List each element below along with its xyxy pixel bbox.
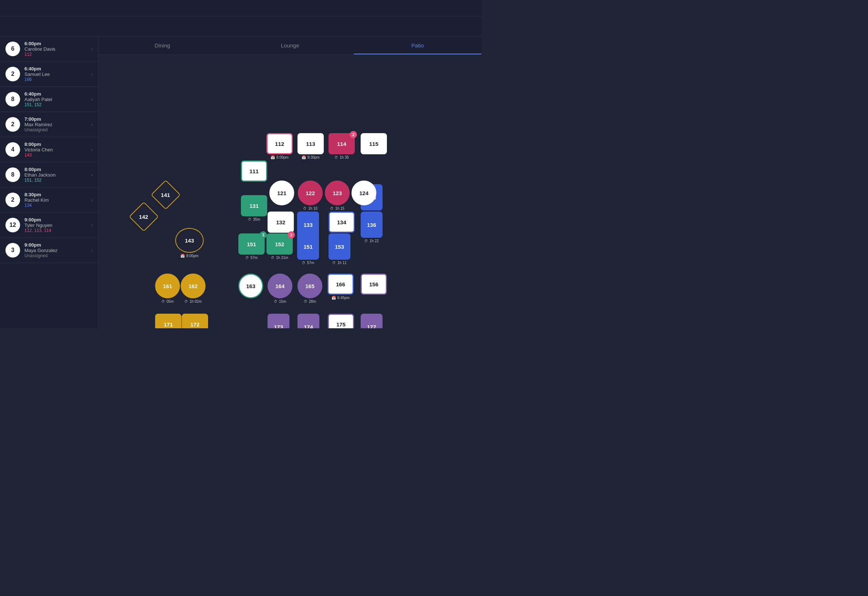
table-label: 171: [164, 322, 173, 328]
table-label: 111: [249, 168, 259, 174]
table-info: ⏱1h 11: [332, 261, 346, 265]
table-time-text: 6:00pm: [276, 155, 288, 159]
table-141[interactable]: 141: [155, 184, 176, 205]
table-label: 161: [163, 283, 172, 289]
chevron-right-icon: ›: [91, 247, 93, 253]
table-151[interactable]: 1513⏱57m: [238, 233, 265, 260]
table-number: 143: [24, 152, 87, 158]
reservation-item[interactable]: 2 8:30pm Rachel Kim 134 ›: [0, 187, 98, 212]
guest-count: 6: [6, 41, 20, 56]
reservation-item[interactable]: 6 6:00pm Caroline Davis 112 ›: [0, 37, 98, 62]
reservation-item[interactable]: 3 9:00pm Maya Gonzalez Unassigned ›: [0, 238, 98, 263]
table-171[interactable]: 171⏱20m: [155, 314, 182, 328]
calendar-icon: 📅: [271, 155, 275, 159]
reservation-item[interactable]: 2 7:00pm Max Ramirez Unassigned ›: [0, 112, 98, 137]
main-layout: 6 6:00pm Caroline Davis 112 › 2 6:40pm S…: [0, 37, 481, 328]
table-number: 112: [24, 52, 87, 57]
table-time-text: 1h 21m: [276, 256, 288, 260]
table-111[interactable]: 111: [241, 161, 267, 181]
table-174[interactable]: 174⏱08m: [297, 314, 319, 328]
table-121[interactable]: 121: [269, 180, 294, 205]
tab-patio[interactable]: Patio: [354, 37, 481, 55]
table-badge: 2: [350, 131, 357, 138]
reservation-item[interactable]: 4 8:00pm Victoria Chen 143 ›: [0, 137, 98, 162]
table-label: 133: [303, 222, 312, 228]
clock-icon: ⏱: [364, 239, 368, 243]
clock-icon: ⏱: [330, 207, 334, 211]
reservation-item[interactable]: 8 6:40pm Aaliyah Patel 151, 152 ›: [0, 87, 98, 112]
table-label: 175: [336, 322, 345, 328]
table-114[interactable]: 1142⏱1h 35: [328, 133, 355, 159]
table-label: 165: [305, 283, 314, 289]
clock-icon: ⏱: [302, 261, 306, 265]
table-173[interactable]: 173⏱37m: [268, 314, 290, 328]
table-123[interactable]: 123⏱1h 15: [325, 180, 350, 211]
table-112[interactable]: 112📅6:00pm: [266, 133, 293, 159]
table-label: 123: [333, 190, 342, 196]
guest-name: Samuel Lee: [24, 71, 87, 77]
guest-count: 3: [6, 243, 20, 258]
guest-name: Aaliyah Patel: [24, 97, 87, 102]
table-152[interactable]: 1522⏱1h 21m: [266, 233, 293, 260]
guest-count: 8: [6, 92, 20, 106]
table-label: 152: [275, 241, 284, 247]
tab-bar: DiningLoungePatio: [99, 37, 481, 55]
table-161[interactable]: 161⏱05m: [155, 274, 180, 304]
reservation-item[interactable]: 12 9:00pm Tyler Nguyen 112, 113, 114 ›: [0, 212, 98, 238]
table-156[interactable]: 156: [361, 274, 387, 295]
table-122[interactable]: 122⏱1h 10: [298, 180, 323, 211]
table-172[interactable]: 172⏱45m: [182, 314, 208, 328]
table-badge: 3: [260, 231, 267, 239]
reservation-item[interactable]: 8 8:00pm Ethan Jackson 151, 152 ›: [0, 162, 98, 187]
table-time-text: 8:00pm: [186, 254, 198, 258]
table-label: 124: [359, 190, 368, 196]
table-131[interactable]: 131⏱35m: [241, 195, 267, 221]
clock-icon: ⏱: [303, 207, 307, 211]
tab-lounge[interactable]: Lounge: [226, 37, 354, 55]
table-143[interactable]: 143📅8:00pm: [175, 228, 204, 258]
reservation-info: 8:00pm Ethan Jackson 151, 152: [24, 167, 87, 183]
table-info: ⏱15m: [274, 299, 286, 304]
reservation-info: 8:00pm Victoria Chen 143: [24, 142, 87, 158]
table-142[interactable]: 142: [133, 206, 154, 227]
guest-count: 12: [6, 218, 20, 232]
table-151b[interactable]: 151⏱57m: [297, 233, 319, 265]
reservation-info: 8:30pm Rachel Kim 134: [24, 192, 87, 208]
table-175[interactable]: 175: [328, 314, 354, 328]
table-124[interactable]: 124: [352, 180, 376, 205]
table-153[interactable]: 153⏱1h 11: [328, 233, 350, 265]
reservation-time: 6:00pm: [24, 41, 87, 46]
table-113[interactable]: 113📅9:30pm: [297, 133, 324, 159]
table-164[interactable]: 164⏱15m: [268, 274, 292, 304]
table-label: 113: [306, 141, 315, 147]
guest-count: 2: [6, 193, 20, 207]
table-115[interactable]: 115: [361, 133, 387, 154]
table-label: 114: [337, 141, 346, 147]
table-177[interactable]: 177⏱03m: [361, 314, 383, 328]
guest-count: 2: [6, 67, 20, 81]
table-number: 166: [24, 77, 87, 82]
table-info: 📅6:00pm: [271, 155, 288, 159]
table-time-text: 15m: [279, 299, 286, 304]
table-label: 164: [275, 283, 284, 289]
reservation-time: 8:30pm: [24, 192, 87, 197]
guest-count: 4: [6, 142, 20, 157]
tab-dining[interactable]: Dining: [99, 37, 226, 55]
table-number: 151, 152: [24, 102, 87, 107]
clock-icon: ⏱: [334, 155, 338, 159]
table-165[interactable]: 165⏱28m: [297, 274, 322, 304]
table-label: 141: [161, 192, 170, 198]
chevron-right-icon: ›: [91, 46, 93, 52]
table-136[interactable]: 136⏱1h 22: [361, 212, 383, 243]
table-162[interactable]: 162⏱1h 02m: [181, 274, 206, 304]
reservation-item[interactable]: 2 6:40pm Samuel Lee 166 ›: [0, 62, 98, 87]
guest-name: Rachel Kim: [24, 197, 87, 203]
table-label: 122: [306, 190, 315, 196]
table-132[interactable]: 132: [268, 212, 294, 233]
table-label: 163: [246, 283, 255, 289]
table-info: ⏱1h 35: [334, 155, 349, 159]
reservation-info: 6:40pm Samuel Lee 166: [24, 66, 87, 82]
table-166[interactable]: 166📅6:45pm: [327, 274, 354, 300]
table-time-text: 57m: [307, 261, 314, 265]
table-163[interactable]: 163: [238, 274, 263, 298]
